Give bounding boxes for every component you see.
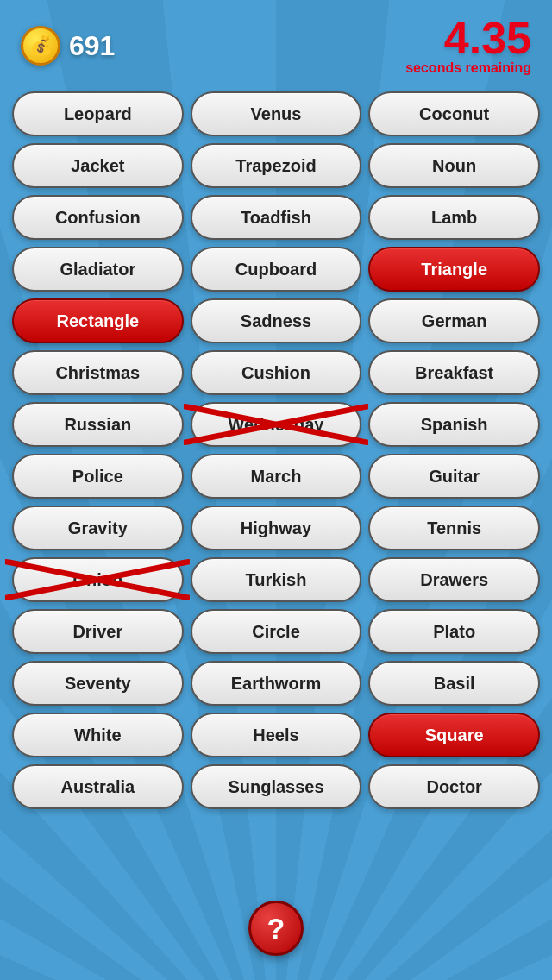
header: 💰 691 4.35 seconds remaining — [0, 0, 552, 85]
word-button[interactable]: Leopard — [12, 91, 184, 136]
word-button[interactable]: Drawers — [368, 557, 540, 602]
word-button[interactable]: March — [191, 454, 362, 499]
word-button[interactable]: Toadfish — [191, 195, 362, 240]
word-button[interactable]: German — [368, 298, 540, 343]
word-button[interactable]: Noun — [368, 143, 540, 188]
word-button[interactable]: Seventy — [12, 661, 184, 706]
word-button[interactable]: Trapezoid — [191, 143, 362, 188]
word-button[interactable]: Gravity — [12, 506, 184, 550]
word-button[interactable]: Police — [12, 454, 184, 499]
coins-area: 💰 691 — [21, 26, 115, 66]
word-button[interactable]: Sunglasses — [191, 764, 362, 809]
word-button[interactable]: Sadness — [191, 298, 362, 343]
word-button[interactable]: Wednesday — [191, 402, 362, 447]
word-button[interactable]: Coconut — [368, 91, 540, 136]
coin-icon: 💰 — [21, 26, 60, 66]
word-button[interactable]: Circle — [191, 609, 362, 654]
word-button[interactable]: Gladiator — [12, 247, 184, 292]
timer-area: 4.35 seconds remaining — [405, 16, 531, 76]
word-button[interactable]: Rectangle — [12, 298, 184, 343]
word-button[interactable]: White — [12, 713, 184, 757]
word-button[interactable]: Breakfast — [368, 350, 540, 395]
help-button-area: ? — [248, 901, 304, 956]
word-button[interactable]: Earthworm — [191, 661, 362, 706]
word-button[interactable]: Cupboard — [191, 247, 362, 292]
word-button[interactable]: Christmas — [12, 350, 184, 395]
timer-label: seconds remaining — [405, 60, 531, 76]
word-button[interactable]: Tennis — [368, 506, 540, 550]
word-button[interactable]: Turkish — [191, 557, 362, 602]
word-button[interactable]: Cushion — [191, 350, 362, 395]
word-button[interactable]: Onion — [12, 557, 184, 602]
word-grid: LeopardVenusCoconutJacketTrapezoidNounCo… — [0, 85, 552, 816]
word-button[interactable]: Confusion — [12, 195, 184, 240]
word-button[interactable]: Heels — [191, 713, 362, 757]
coin-count: 691 — [69, 30, 115, 62]
word-button[interactable]: Triangle — [368, 247, 540, 292]
word-button[interactable]: Highway — [191, 506, 362, 550]
timer-number: 4.35 — [405, 16, 531, 60]
word-button[interactable]: Driver — [12, 609, 184, 654]
word-button[interactable]: Doctor — [368, 764, 540, 809]
word-button[interactable]: Guitar — [368, 454, 540, 499]
word-button[interactable]: Square — [368, 713, 540, 757]
word-button[interactable]: Venus — [191, 91, 362, 136]
word-button[interactable]: Australia — [12, 764, 184, 809]
word-button[interactable]: Jacket — [12, 143, 184, 188]
word-button[interactable]: Lamb — [368, 195, 540, 240]
word-button[interactable]: Spanish — [368, 402, 540, 447]
help-button[interactable]: ? — [248, 901, 304, 956]
word-button[interactable]: Basil — [368, 661, 540, 706]
word-button[interactable]: Plato — [368, 609, 540, 654]
word-button[interactable]: Russian — [12, 402, 184, 447]
